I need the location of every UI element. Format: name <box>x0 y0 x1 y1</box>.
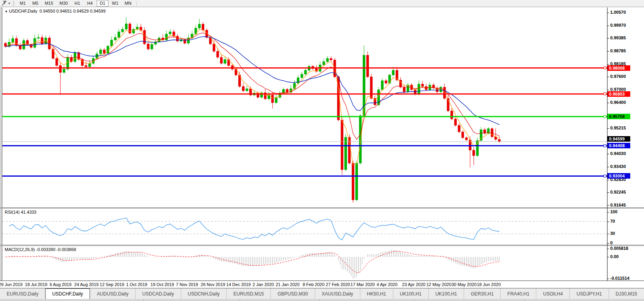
time-axis-label: 23 Apr 2020 <box>402 282 425 287</box>
axis-tick <box>607 64 609 65</box>
macd-canvas[interactable] <box>2 246 607 280</box>
time-axis-label: 6 Aug 2019 <box>50 282 72 287</box>
tab-eurusd-m15[interactable]: EURUSD,M15 <box>227 288 271 299</box>
axis-tick <box>607 90 609 90</box>
rsi-canvas[interactable] <box>2 209 607 245</box>
top-toolbar: ▼ M1M5M15M30H1H4D1W1MN <box>0 0 644 7</box>
time-axis-label: 26 Nov 2019 <box>201 282 225 287</box>
time-axis[interactable]: 29 Jun 201918 Jul 20196 Aug 201924 Aug 2… <box>0 281 644 288</box>
axis-tick <box>607 234 609 234</box>
price-axis-label: 0 <box>610 240 613 245</box>
timeframe-toolbar: M1M5M15M30H1H4D1W1MN <box>17 0 139 7</box>
hline-endpoint-marker <box>604 66 606 69</box>
price-panel[interactable]: ▼USDCHF,Daily 0.94550 0.94651 0.94529 0.… <box>2 7 607 207</box>
price-axis-label: 100 <box>610 209 617 214</box>
tab-usdcad-daily[interactable]: USDCAD,Daily <box>136 288 181 299</box>
price-axis-label: 0.93430 <box>610 164 626 169</box>
tab-uk100-h1[interactable]: UK100,H1 <box>429 288 464 299</box>
price-axis-label: 0.95215 <box>610 126 626 130</box>
time-axis-label: 29 Jun 2019 <box>0 282 22 287</box>
axis-tick <box>607 103 609 103</box>
time-axis-label: 18 Jun 2020 <box>477 282 501 287</box>
toolbar-grip[interactable] <box>13 1 14 6</box>
axis-tick <box>607 167 609 167</box>
level-price-badge: 0.98008 <box>607 65 630 71</box>
hline-endpoint-marker <box>604 92 606 95</box>
time-axis-label: 18 Jul 2019 <box>25 282 48 287</box>
axis-tick <box>607 38 609 39</box>
timeframe-button-h4[interactable]: H4 <box>84 0 96 7</box>
tab-xauusd-daily[interactable]: XAUUSD,Daily <box>315 288 360 299</box>
axis-tick <box>607 192 609 193</box>
tab-eurusd-daily[interactable]: EURUSD,Daily <box>0 288 46 299</box>
ohlc-values: 0.94550 0.94651 0.94529 0.94599 <box>40 9 106 13</box>
status-strip <box>0 299 644 301</box>
timeframe-button-w1[interactable]: W1 <box>109 0 121 7</box>
axis-tick <box>607 243 609 244</box>
time-axis-label: 19 Oct 2019 <box>150 282 174 287</box>
tab-usoil-h4[interactable]: USOil,H4 <box>536 288 570 299</box>
chart-window-border <box>1 7 1 281</box>
time-axis-label: 30 May 2020 <box>451 282 477 287</box>
tab-gbpusd-m30[interactable]: GBPUSD,M30 <box>271 288 315 299</box>
chart-tabs: EURUSD,DailyUSDCHF,DailyAUDUSD,DailyUSDC… <box>0 288 644 299</box>
price-axis-label: 0.99970 <box>610 23 626 28</box>
hline-endpoint-marker <box>604 144 606 147</box>
chart-tool-icon[interactable]: ▼ <box>0 0 12 7</box>
chart-title: ▼USDCHF,Daily 0.94550 0.94651 0.94529 0.… <box>5 9 106 13</box>
crosshair-cursor-icon <box>2 1 7 6</box>
tab-usdchf-daily[interactable]: USDCHF,Daily <box>45 288 90 299</box>
axis-tick <box>607 13 609 13</box>
time-axis-label: 2 Jan 2020 <box>253 282 274 287</box>
timeframe-button-mn[interactable]: MN <box>122 0 134 7</box>
tab-usdcnh-daily[interactable]: USDCNH,Daily <box>181 288 227 299</box>
level-price-badge: 0.93004 <box>607 173 630 179</box>
rsi-panel[interactable]: RSI(14) 41.4333 <box>2 209 607 245</box>
price-chart-canvas[interactable] <box>2 7 607 207</box>
time-axis-label: 17 Mar 2020 <box>350 282 375 287</box>
hline-endpoint-marker <box>604 175 606 177</box>
time-axis-label: 8 Feb 2020 <box>303 282 325 287</box>
axis-tick <box>607 279 609 279</box>
price-axis-label: 1.00570 <box>610 10 626 15</box>
hline-endpoint-marker <box>604 115 606 118</box>
timeframe-button-m1[interactable]: M1 <box>17 0 29 7</box>
price-axis-label: 70 <box>610 219 615 223</box>
collapse-caret-icon[interactable]: ▼ <box>5 10 8 13</box>
tab-fra40-h1[interactable]: FRA40,H1 <box>501 288 536 299</box>
price-axis-label: -0.011514 <box>610 276 629 281</box>
time-axis-label: 27 Feb 2020 <box>326 282 350 287</box>
level-price-badge: 0.96803 <box>607 91 630 97</box>
timeframe-button-m30[interactable]: M30 <box>57 0 70 7</box>
time-axis-label: 12 May 2020 <box>426 282 451 287</box>
axis-tick <box>607 128 609 129</box>
symbol-period-label: USDCHF,Daily <box>9 9 37 13</box>
axis-tick <box>607 249 609 249</box>
time-axis-label: 24 Aug 2019 <box>74 282 99 287</box>
macd-panel[interactable]: MACD(12,26,9) -0.003390 -0.003868 <box>2 246 607 280</box>
price-axis-label: 0.99385 <box>610 35 626 40</box>
price-axis-label: 0.97600 <box>610 74 626 79</box>
time-axis-label: 14 Dec 2019 <box>226 282 251 287</box>
tab-dj30-m15[interactable]: DJ30,M15 <box>609 288 644 299</box>
timeframe-button-m5[interactable]: M5 <box>29 0 41 7</box>
tab-uk100-h1[interactable]: UK100,H1 <box>393 288 429 299</box>
axis-tick <box>607 180 609 180</box>
axis-tick <box>607 222 609 222</box>
tab-ger30-h1[interactable]: GER30,H1 <box>464 288 501 299</box>
tab-audusd-daily[interactable]: AUDUSD,Daily <box>90 288 136 299</box>
time-axis-label: 21 Jan 2020 <box>276 282 300 287</box>
time-axis-label: 12 Sep 2019 <box>100 282 124 287</box>
timeframe-button-m15[interactable]: M15 <box>42 0 56 7</box>
axis-tick <box>607 205 609 206</box>
price-axis-label: 0.00 <box>610 254 618 259</box>
timeframe-button-d1[interactable]: D1 <box>97 0 108 7</box>
timeframe-button-h1[interactable]: H1 <box>72 0 83 7</box>
tab-hk50-h1[interactable]: HK50,H1 <box>360 288 393 299</box>
time-axis-label: 7 Nov 2019 <box>176 282 198 287</box>
tab-usdjpy-h1[interactable]: USDJPY,H1 <box>570 288 609 299</box>
price-axis-label: 0.91645 <box>610 203 626 207</box>
rsi-label: RSI(14) 41.4333 <box>5 210 37 214</box>
axis-tick <box>607 77 609 77</box>
price-axis-label: 0.005818 <box>610 246 628 251</box>
